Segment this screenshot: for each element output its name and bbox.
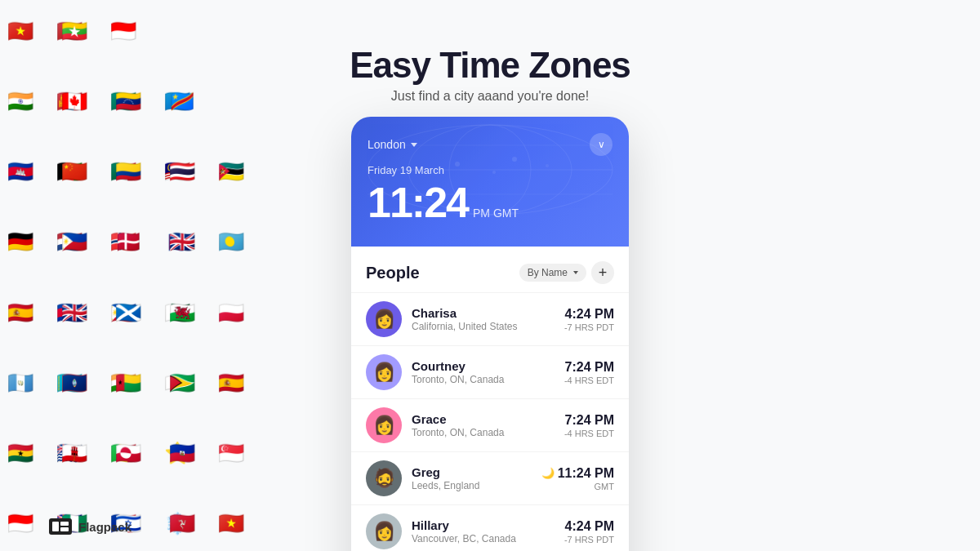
- flag-item: 🇵🇼: [211, 227, 252, 256]
- flag-item: 🇸🇬: [211, 438, 252, 468]
- location-button[interactable]: London: [368, 138, 417, 151]
- card-header: London ∨ Friday 19 March 11:24 PM GMT: [351, 117, 629, 247]
- person-time: 🌙 11:24 PM GMT: [541, 466, 614, 491]
- time-value: 7:24 PM: [564, 360, 614, 375]
- person-time: 7:24 PM -4 HRS EDT: [564, 413, 614, 438]
- person-location: Toronto, ON, Canada: [412, 374, 555, 385]
- people-header: People By Name +: [351, 247, 629, 292]
- time-value: 4:24 PM: [564, 519, 614, 534]
- flag-item: [162, 16, 203, 46]
- person-location: Leeds, England: [412, 480, 532, 491]
- flag-item: [157, 16, 198, 46]
- flag-item: 🇬🇺: [54, 368, 95, 398]
- flag-item: 🇬🇼: [108, 368, 149, 398]
- flag-item: 🇨🇴: [108, 157, 149, 186]
- header-top: London ∨: [368, 133, 612, 156]
- flag-item: 🇰🇭: [49, 298, 90, 327]
- svg-rect-11: [52, 522, 59, 531]
- time-offset: -7 HRS PDT: [564, 535, 614, 544]
- person-info: Courtney Toronto, ON, Canada: [412, 359, 555, 385]
- moon-icon: 🌙: [541, 467, 555, 479]
- expand-button[interactable]: ∨: [590, 133, 612, 156]
- person-name: Hillary: [412, 518, 555, 532]
- svg-rect-12: [60, 522, 69, 526]
- person-name: Grace: [412, 412, 555, 426]
- flag-item: [108, 16, 149, 46]
- flag-item: 🇳🇴: [103, 227, 144, 256]
- flag-item: 🇵🇭: [54, 227, 95, 256]
- flag-item: 🇩🇬: [49, 438, 90, 468]
- person-row[interactable]: 👩 Hillary Vancouver, BC, Canada 4:24 PM …: [351, 504, 629, 551]
- time-offset: -7 HRS PDT: [564, 322, 614, 332]
- person-row[interactable]: 👩 Charisa California, United States 4:24…: [351, 292, 629, 345]
- flag-item: 🇮🇲: [162, 509, 203, 538]
- flag-item: 🇬🇧: [54, 298, 95, 327]
- avatar: 🧔: [366, 460, 402, 496]
- flag-item: 🇪🇸: [211, 368, 252, 398]
- people-controls: By Name +: [519, 261, 614, 284]
- flag-item: 🇬🇧: [162, 227, 203, 256]
- time-value: 4:24 PM: [564, 307, 614, 322]
- people-section: People By Name + 👩 Charisa California, U…: [351, 247, 629, 551]
- avatar: 👩: [366, 301, 402, 337]
- flagpack-label: Flagpack: [78, 520, 131, 534]
- person-row[interactable]: 👩 Courtney Toronto, ON, Canada 7:24 PM -…: [351, 345, 629, 398]
- person-row[interactable]: 👩 Grace Toronto, ON, Canada 7:24 PM -4 H…: [351, 398, 629, 451]
- person-time: 4:24 PM -7 HRS PDT: [564, 307, 614, 332]
- time-value: 7:24 PM: [564, 413, 614, 428]
- center-content: Easy Time Zones Just find a city aaand y…: [318, 0, 662, 551]
- time-value: 🌙 11:24 PM: [541, 466, 614, 481]
- title-section: Easy Time Zones Just find a city aaand y…: [350, 45, 630, 104]
- person-row[interactable]: 🧔 Greg Leeds, England 🌙 11:24 PM GMT: [351, 451, 629, 504]
- time-suffix: PM GMT: [473, 207, 519, 220]
- flag-item: 🇳🇵: [157, 227, 198, 256]
- flag-item: 🏴󠁧󠁢󠁳󠁣󠁴󠁿: [108, 298, 149, 327]
- flag-item: 🇬🇹: [0, 368, 41, 398]
- flag-item: 🇲🇿: [211, 157, 252, 186]
- flag-item: [211, 16, 252, 46]
- person-time: 7:24 PM -4 HRS EDT: [564, 360, 614, 385]
- person-location: Toronto, ON, Canada: [412, 427, 555, 438]
- flag-item: ⭐: [157, 438, 198, 468]
- flag-item: 🇲🇳: [49, 87, 90, 116]
- flag-item: 🇵🇰: [157, 298, 198, 327]
- flag-item: 🇨🇳: [54, 157, 95, 186]
- person-info: Greg Leeds, England: [412, 465, 532, 491]
- add-person-button[interactable]: +: [591, 261, 614, 284]
- app-card: London ∨ Friday 19 March 11:24 PM GMT Pe…: [351, 117, 629, 551]
- time-offset: -4 HRS EDT: [564, 375, 614, 385]
- subtitle: Just find a city aaand you're done!: [350, 89, 630, 104]
- flag-item: 🇹🇭: [162, 157, 203, 186]
- flag-item: 🇬🇾: [162, 368, 203, 398]
- avatar: 👩: [366, 354, 402, 390]
- sort-chevron-icon: [573, 271, 578, 274]
- location-text: London: [368, 138, 406, 151]
- flag-item: [211, 87, 252, 116]
- people-title: People: [366, 264, 420, 282]
- flag-item: 🇲🇴: [103, 87, 144, 116]
- flag-item: ❄️: [157, 509, 198, 538]
- flag-item: 🇬🇭: [0, 438, 41, 468]
- sort-button[interactable]: By Name: [519, 264, 586, 282]
- flag-item: 🇵🇭: [103, 298, 144, 327]
- main-title: Easy Time Zones: [350, 45, 630, 86]
- person-name: Courtney: [412, 359, 555, 373]
- location-chevron-icon: [411, 143, 417, 147]
- flagpack-logo-icon: [49, 518, 72, 535]
- flag-item: 🇳🇱: [49, 227, 90, 256]
- flagpack-logo: Flagpack: [49, 518, 131, 535]
- flag-item: 🇲🇽: [103, 157, 144, 186]
- flag-item: 🇲🇾: [157, 157, 198, 186]
- sort-label: By Name: [528, 267, 568, 278]
- flag-item: 🇻🇪: [108, 87, 149, 116]
- person-time: 4:24 PM -7 HRS PDT: [564, 519, 614, 544]
- flag-item: 🇬🇱: [108, 438, 149, 468]
- date-display: Friday 19 March: [368, 164, 612, 176]
- flag-item: 🇩🇪: [0, 227, 41, 256]
- avatar: 👩: [366, 513, 402, 549]
- time-value: 11:24: [368, 178, 468, 227]
- flag-item: 🇲🇦: [49, 16, 90, 46]
- flag-item: 🇲🇲: [54, 16, 95, 46]
- svg-point-7: [512, 157, 517, 162]
- person-location: Vancouver, BC, Canada: [412, 533, 555, 544]
